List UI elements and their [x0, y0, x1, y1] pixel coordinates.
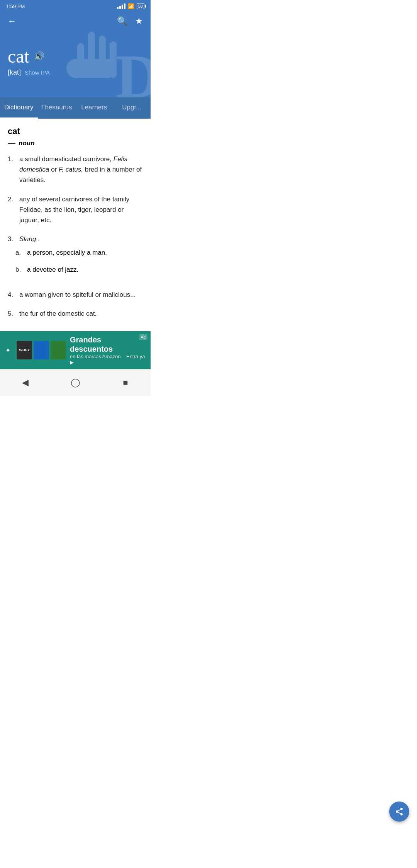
pos-dash: — [8, 139, 15, 148]
def-text: the fur of the domestic cat. [19, 308, 97, 319]
def-number: 2. [8, 194, 16, 226]
def-text: Slang . [19, 234, 40, 244]
ad-plus-icon: ✦ [5, 347, 10, 354]
bg-decoration-icon: D [54, 12, 151, 97]
definitions-list: 1. a small domesticated carnivore, Felis… [8, 154, 143, 319]
sub-letter: a. [15, 247, 24, 258]
pos-label: noun [19, 140, 35, 147]
def-number: 3. [8, 234, 16, 244]
part-of-speech: — noun [8, 139, 143, 148]
def-number: 1. [8, 154, 16, 186]
phonetic-text: [kat] [8, 68, 21, 77]
status-bar: 1:59 PM 📶 58 [0, 0, 151, 12]
ad-title: Grandes descuentos [70, 335, 145, 354]
definition-item: 5. the fur of the domestic cat. [8, 308, 143, 319]
def-number: 5. [8, 308, 16, 319]
svg-rect-4 [66, 59, 117, 78]
ad-images: WHEY [17, 341, 66, 359]
def-text: a small domesticated carnivore, Felis do… [19, 154, 143, 186]
def-text: a woman given to spiteful or malicious..… [19, 289, 136, 300]
sub-def-text: a person, especially a man. [27, 247, 107, 258]
ad-banner[interactable]: ✦ WHEY Grandes descuentos en las marcas … [0, 331, 151, 369]
tabs: Dictionary Thesaurus Learners Upgr... [0, 97, 151, 119]
home-nav-button[interactable]: ◯ [68, 375, 83, 390]
sub-definition-item: a. a person, especially a man. [15, 247, 143, 258]
sub-letter: b. [15, 264, 24, 275]
sub-definition-item: b. a devotee of jazz. [15, 264, 143, 275]
definition-item: 1. a small domesticated carnivore, Felis… [8, 154, 143, 186]
tab-learners[interactable]: Learners [75, 97, 113, 119]
tab-thesaurus[interactable]: Thesaurus [38, 97, 76, 119]
ad-image-blue [34, 341, 49, 359]
def-number: 4. [8, 289, 16, 300]
tab-dictionary[interactable]: Dictionary [0, 97, 38, 119]
battery-icon: 58 [137, 3, 144, 9]
recents-nav-button[interactable]: ■ [118, 375, 133, 390]
svg-text:D: D [116, 42, 151, 97]
content-area: cat — noun 1. a small domesticated carni… [0, 119, 151, 331]
ad-image-whey: WHEY [17, 341, 32, 359]
ad-badge: Ad [139, 334, 147, 340]
word-text: cat [8, 46, 29, 67]
content-word: cat [8, 126, 143, 136]
back-nav-button[interactable]: ◀ [17, 375, 33, 390]
def-text: any of several carnivores of the family … [19, 194, 143, 226]
header: D ← 🔍 ★ cat 🔊 [kat] Show IPA [0, 12, 151, 97]
ad-subtitle: en las marcas Amazon Entra ya ▶ [70, 354, 145, 365]
ad-text: Grandes descuentos en las marcas Amazon … [70, 335, 145, 365]
sub-definitions: a. a person, especially a man. b. a devo… [8, 247, 143, 281]
definition-item: 4. a woman given to spiteful or maliciou… [8, 289, 143, 300]
bottom-nav: ◀ ◯ ■ [0, 369, 151, 396]
ad-image-green [51, 341, 66, 359]
wifi-icon: 📶 [128, 3, 134, 9]
definition-item: 3. Slang . a. a person, especially a man… [8, 234, 143, 281]
sub-def-text: a devotee of jazz. [27, 264, 78, 275]
speaker-button[interactable]: 🔊 [34, 51, 44, 61]
show-ipa-button[interactable]: Show IPA [25, 69, 50, 76]
signal-icon [117, 3, 125, 9]
status-time: 1:59 PM [6, 3, 25, 9]
status-icons: 📶 58 [117, 3, 144, 9]
definition-item: 2. any of several carnivores of the fami… [8, 194, 143, 226]
tab-upgrade[interactable]: Upgr... [113, 97, 151, 119]
back-button[interactable]: ← [8, 16, 16, 26]
